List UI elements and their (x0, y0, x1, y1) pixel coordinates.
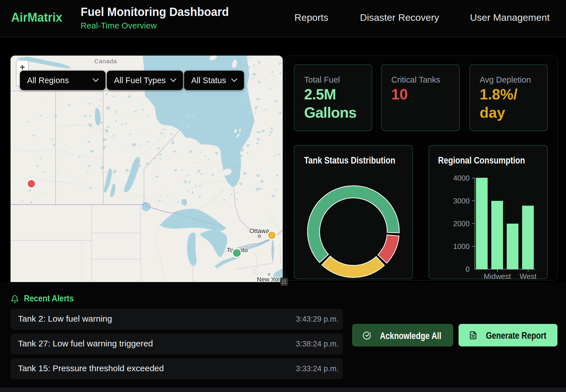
svg-text:2000: 2000 (453, 219, 470, 228)
svg-text:Ottawa: Ottawa (249, 227, 269, 234)
svg-text:3000: 3000 (453, 197, 470, 205)
svg-text:4000: 4000 (453, 174, 470, 182)
svg-text:West: West (520, 272, 537, 281)
svg-text:0: 0 (466, 265, 470, 273)
svg-text:New York: New York (257, 276, 283, 282)
svg-text:1000: 1000 (453, 242, 470, 251)
svg-text:Canada: Canada (94, 58, 117, 64)
svg-text:Midwest: Midwest (484, 272, 511, 281)
